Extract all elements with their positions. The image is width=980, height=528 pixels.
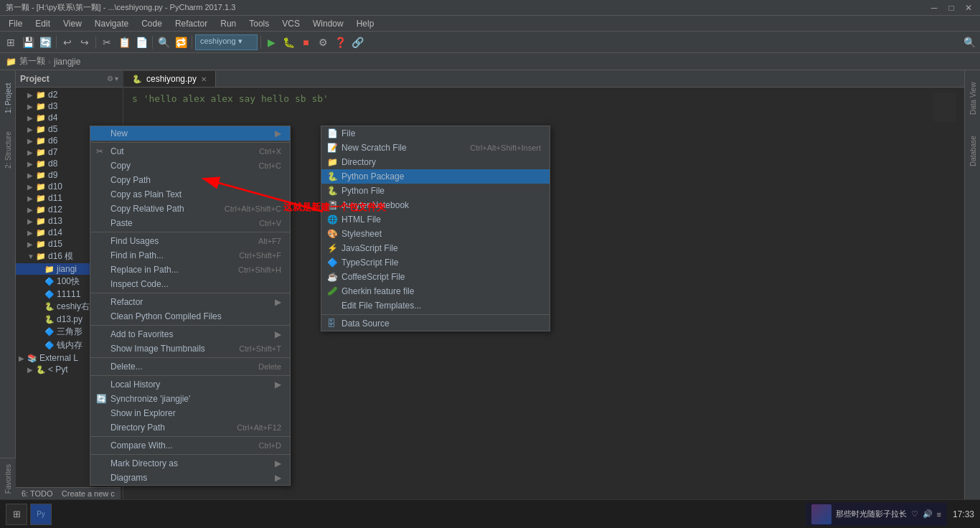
context-menu-replace-path[interactable]: Replace in Path... Ctrl+Shift+H bbox=[90, 263, 290, 277]
sidebar-item-project[interactable]: 1: Project bbox=[1, 73, 14, 123]
context-menu-copy-path[interactable]: Copy Path bbox=[90, 173, 290, 187]
toolbar: ⊞ 💾 🔄 ↩ ↪ ✂ 📋 📄 🔍 🔁 ceshiyong ▾ ▶ 🐛 ■ ⚙ … bbox=[0, 32, 980, 53]
submenu-directory[interactable]: 📁 Directory bbox=[321, 155, 550, 169]
context-menu-inspect[interactable]: Inspect Code... bbox=[90, 277, 290, 291]
find-path-shortcut: Ctrl+Shift+F bbox=[239, 251, 281, 260]
tab-close-btn[interactable]: ✕ bbox=[201, 75, 207, 83]
breadcrumb-first[interactable]: 第一颗 bbox=[19, 55, 45, 67]
menu-edit[interactable]: Edit bbox=[29, 17, 56, 30]
sidebar-item-database[interactable]: Database bbox=[966, 126, 979, 176]
run-config-dropdown[interactable]: ceshiyong ▾ bbox=[195, 34, 258, 50]
toolbar-btn-undo[interactable]: ↩ bbox=[60, 34, 75, 50]
mark-dir-arrow-icon: ▶ bbox=[275, 458, 281, 468]
menu-view[interactable]: View bbox=[57, 17, 88, 30]
sep-4 bbox=[90, 325, 290, 326]
start-button[interactable]: ⊞ bbox=[6, 504, 27, 525]
music-like-btn[interactable]: ♡ bbox=[911, 509, 918, 519]
submenu-scratch[interactable]: 📝 New Scratch File Ctrl+Alt+Shift+Insert bbox=[321, 141, 550, 155]
project-settings-btn[interactable]: ⚙ bbox=[107, 75, 113, 82]
context-menu-find-usages[interactable]: Find Usages Alt+F7 bbox=[90, 234, 290, 248]
editor-tab-ceshiyong[interactable]: 🐍 ceshiyong.py ✕ bbox=[123, 71, 216, 87]
menu-run[interactable]: Run bbox=[215, 17, 242, 30]
toolbar-stop-btn[interactable]: ■ bbox=[298, 34, 314, 50]
toolbar-btn-5[interactable]: ⚙ bbox=[316, 34, 331, 50]
tree-item-d4[interactable]: ▶📁d4 bbox=[16, 112, 123, 123]
music-title: 那些时光随影子拉长 bbox=[836, 509, 907, 519]
menu-vcs[interactable]: VCS bbox=[276, 17, 306, 30]
sidebar-item-structure[interactable]: 2: Structure bbox=[1, 125, 14, 175]
toolbar-run-btn[interactable]: ▶ bbox=[264, 34, 280, 50]
toolbar-btn-replace[interactable]: 🔁 bbox=[173, 34, 189, 50]
menu-window[interactable]: Window bbox=[307, 17, 349, 30]
toolbar-btn-3[interactable]: 🔄 bbox=[37, 34, 53, 50]
context-menu-copy-relative[interactable]: Copy Relative Path Ctrl+Alt+Shift+C bbox=[90, 202, 290, 216]
submenu-edit-templates[interactable]: Edit File Templates... bbox=[321, 298, 550, 313]
tree-item-d3[interactable]: ▶📁d3 bbox=[16, 100, 123, 112]
submenu-file[interactable]: 📄 File bbox=[321, 126, 550, 141]
context-menu-delete[interactable]: Delete... Delete bbox=[90, 359, 290, 374]
context-menu-synchronize[interactable]: 🔄 Synchronize 'jiangjie' bbox=[90, 392, 290, 406]
menu-tools[interactable]: Tools bbox=[243, 17, 275, 30]
toolbar-btn-paste[interactable]: 📄 bbox=[133, 34, 149, 50]
menu-file[interactable]: File bbox=[3, 17, 28, 30]
submenu-stylesheet[interactable]: 🎨 Stylesheet bbox=[321, 227, 550, 241]
todo-bar[interactable]: 6: TODO Create a new c bbox=[16, 487, 121, 499]
toolbar-btn-1[interactable]: ⊞ bbox=[3, 34, 19, 50]
context-menu-cut[interactable]: ✂ Cut Ctrl+X bbox=[90, 144, 290, 159]
favorites-label[interactable]: Favorites bbox=[4, 461, 12, 496]
sidebar-item-dataview[interactable]: Data View bbox=[966, 73, 979, 123]
refactor-arrow-icon: ▶ bbox=[275, 297, 281, 307]
context-menu-mark-dir[interactable]: Mark Directory as ▶ bbox=[90, 456, 290, 471]
submenu-js[interactable]: ⚡ JavaScript File bbox=[321, 241, 550, 255]
window-controls: ─ □ ✕ bbox=[928, 3, 974, 13]
toolbar-btn-find[interactable]: 🔍 bbox=[156, 34, 171, 50]
pycharm-taskbar-btn[interactable]: Py bbox=[30, 504, 52, 525]
context-menu-clean[interactable]: Clean Python Compiled Files bbox=[90, 309, 290, 324]
submenu-ts[interactable]: 🔷 TypeScript File bbox=[321, 255, 550, 270]
submenu-coffeescript[interactable]: ☕ CoffeeScript File bbox=[321, 270, 550, 284]
toolbar-search-all[interactable]: 🔍 bbox=[961, 34, 977, 50]
context-find-path-label: Find in Path... bbox=[110, 250, 164, 260]
menu-navigate[interactable]: Navigate bbox=[89, 17, 134, 30]
menu-code[interactable]: Code bbox=[136, 17, 168, 30]
context-menu-copy-plain[interactable]: Copy as Plain Text bbox=[90, 187, 290, 202]
toolbar-debug-btn[interactable]: 🐛 bbox=[281, 34, 297, 50]
context-menu-compare[interactable]: Compare With... Ctrl+D bbox=[90, 438, 290, 453]
music-menu-btn[interactable]: ≡ bbox=[937, 510, 941, 519]
context-local-history-label: Local History bbox=[110, 380, 160, 390]
context-menu-show-explorer[interactable]: Show in Explorer bbox=[90, 406, 290, 420]
minimize-button[interactable]: ─ bbox=[928, 3, 940, 13]
menu-help[interactable]: Help bbox=[351, 17, 380, 30]
context-dir-path-label: Directory Path bbox=[110, 423, 165, 433]
context-menu-copy[interactable]: Copy Ctrl+C bbox=[90, 159, 290, 173]
breadcrumb-second[interactable]: jiangjie bbox=[54, 57, 80, 67]
maximize-button[interactable]: □ bbox=[946, 3, 957, 13]
submenu-python-file[interactable]: 🐍 Python File bbox=[321, 184, 550, 198]
context-menu-local-history[interactable]: Local History ▶ bbox=[90, 377, 290, 392]
toolbar-btn-copy[interactable]: 📋 bbox=[116, 34, 132, 50]
submenu-gherkin[interactable]: 🥒 Gherkin feature file bbox=[321, 284, 550, 298]
context-menu-new[interactable]: New ▶ bbox=[90, 126, 290, 141]
tree-item-d2[interactable]: ▶📁d2 bbox=[16, 89, 123, 100]
toolbar-btn-7[interactable]: 🔗 bbox=[350, 34, 366, 50]
menu-refactor[interactable]: Refactor bbox=[169, 17, 213, 30]
context-menu-dir-path[interactable]: Directory Path Ctrl+Alt+F12 bbox=[90, 420, 290, 435]
context-menu-thumbnails[interactable]: Show Image Thumbnails Ctrl+Shift+T bbox=[90, 341, 290, 356]
toolbar-btn-cut[interactable]: ✂ bbox=[99, 34, 115, 50]
close-button[interactable]: ✕ bbox=[963, 3, 974, 13]
toolbar-sep-4 bbox=[192, 36, 192, 49]
submenu-python-package[interactable]: 🐍 Python Package bbox=[321, 169, 550, 184]
toolbar-btn-redo[interactable]: ↪ bbox=[77, 34, 93, 50]
context-menu-diagrams[interactable]: Diagrams ▶ bbox=[90, 471, 290, 485]
submenu-edit-templates-label: Edit File Templates... bbox=[341, 301, 421, 311]
project-collapse-btn[interactable]: ▾ bbox=[115, 75, 118, 82]
submenu-html[interactable]: 🌐 HTML File bbox=[321, 212, 550, 227]
submenu-ts-label: TypeScript File bbox=[341, 258, 398, 268]
context-menu-favorites[interactable]: Add to Favorites ▶ bbox=[90, 327, 290, 341]
submenu-datasource[interactable]: 🗄 Data Source bbox=[321, 316, 550, 331]
toolbar-btn-6[interactable]: ❓ bbox=[333, 34, 349, 50]
toolbar-btn-2[interactable]: 💾 bbox=[20, 34, 36, 50]
context-menu-refactor[interactable]: Refactor ▶ bbox=[90, 295, 290, 309]
context-menu-find-path[interactable]: Find in Path... Ctrl+Shift+F bbox=[90, 248, 290, 263]
context-menu-paste[interactable]: Paste Ctrl+V bbox=[90, 216, 290, 230]
